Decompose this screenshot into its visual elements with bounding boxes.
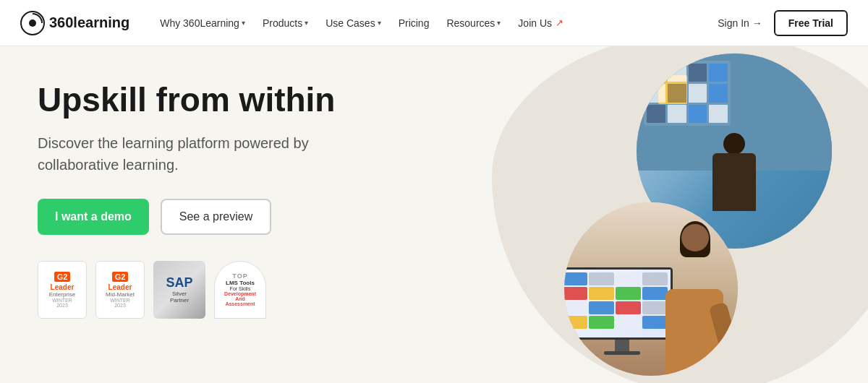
nav-item-usecases[interactable]: Use Cases ▾ bbox=[318, 12, 388, 35]
grid-cell bbox=[647, 64, 665, 82]
free-trial-label: Free Trial bbox=[788, 17, 833, 29]
brand-logo[interactable]: 360learning bbox=[20, 11, 129, 35]
logo-icon bbox=[20, 11, 45, 35]
nav-label-products: Products bbox=[263, 17, 302, 29]
hero-buttons: I want a demo See a preview bbox=[38, 199, 385, 235]
grid-cell bbox=[668, 64, 686, 82]
grid-cell bbox=[647, 105, 665, 123]
g2-top: G2 bbox=[54, 272, 71, 282]
g2-year-2: 2023 bbox=[114, 303, 126, 308]
top-label: TOP bbox=[232, 272, 247, 280]
grid-cell bbox=[647, 84, 665, 102]
hero-image-area bbox=[420, 46, 868, 383]
svg-point-1 bbox=[29, 20, 36, 27]
nav-label-resources: Resources bbox=[446, 17, 495, 29]
nav-item-pricing[interactable]: Pricing bbox=[391, 12, 437, 35]
nav-right: Sign In → Free Trial bbox=[718, 10, 848, 36]
main-content: Upskill from within Discover the learnin… bbox=[0, 46, 868, 383]
woman-figure bbox=[637, 217, 738, 376]
nav-label-pricing: Pricing bbox=[399, 17, 430, 29]
demo-button[interactable]: I want a demo bbox=[38, 199, 149, 235]
sap-label: SAP bbox=[166, 276, 192, 289]
hero-section: Upskill from within Discover the learnin… bbox=[0, 46, 420, 383]
top-lms-label: LMS Tools bbox=[226, 280, 255, 286]
navbar: 360learning Why 360Learning ▾ Products ▾… bbox=[0, 0, 868, 46]
grid-cell bbox=[668, 84, 686, 102]
grid-cell bbox=[689, 105, 707, 123]
g2-leader-label-2: Leader bbox=[109, 283, 132, 291]
woman-circle-image bbox=[564, 202, 738, 376]
g2-season-2: WINTER bbox=[110, 298, 130, 303]
grid-cell bbox=[709, 105, 728, 123]
free-trial-button[interactable]: Free Trial bbox=[774, 10, 848, 36]
nav-label-why360: Why 360Learning bbox=[160, 17, 239, 29]
chevron-down-icon: ▾ bbox=[242, 19, 245, 27]
preview-button[interactable]: See a preview bbox=[161, 199, 271, 235]
g2-midmarket-label: Mid-Market bbox=[106, 291, 135, 298]
nav-item-why360[interactable]: Why 360Learning ▾ bbox=[153, 12, 252, 35]
sign-in-label: Sign In → bbox=[718, 17, 762, 29]
screen-tile bbox=[589, 287, 614, 300]
brand-name: 360learning bbox=[49, 14, 129, 31]
nav-label-joinus: Join Us bbox=[518, 17, 552, 29]
chevron-down-icon: ▾ bbox=[497, 19, 501, 27]
nav-label-usecases: Use Cases bbox=[326, 17, 375, 29]
g2-year: 2023 bbox=[56, 303, 68, 308]
chevron-down-icon: ▾ bbox=[305, 19, 308, 27]
g2-midmarket-badge: G2 Leader Mid-Market WINTER 2023 bbox=[95, 261, 145, 319]
g2-enterprise-badge: G2 Leader Enterprise WINTER 2023 bbox=[38, 261, 87, 319]
top-lms-badge: TOP LMS Tools For Skills DevelopmentAndA… bbox=[214, 261, 266, 319]
nav-links: Why 360Learning ▾ Products ▾ Use Cases ▾… bbox=[153, 12, 718, 35]
screen-tile bbox=[589, 316, 614, 329]
woman-background bbox=[564, 202, 738, 376]
arrow-icon: ↗ bbox=[556, 17, 563, 28]
g2-logo: G2 bbox=[54, 272, 71, 282]
person-head bbox=[723, 133, 745, 155]
screen-tile bbox=[589, 301, 614, 314]
sap-sub-label: SilverPartner bbox=[170, 291, 189, 304]
woman-body bbox=[665, 289, 723, 376]
g2-top-2: G2 bbox=[112, 272, 129, 282]
office-grid-decoration bbox=[644, 61, 731, 126]
screen-tile bbox=[564, 316, 587, 329]
grid-cell bbox=[709, 84, 728, 102]
screen-tile bbox=[564, 301, 587, 314]
social-proof-badges: G2 Leader Enterprise WINTER 2023 G2 Lead… bbox=[38, 261, 385, 319]
grid-cell bbox=[689, 64, 707, 82]
top-dev-label: DevelopmentAndAssessment bbox=[224, 291, 256, 306]
screen-tile bbox=[589, 272, 614, 285]
grid-cell bbox=[709, 64, 728, 82]
top-skills-label: For Skills bbox=[230, 286, 251, 291]
chevron-down-icon: ▾ bbox=[378, 19, 381, 27]
g2-logo-2: G2 bbox=[112, 272, 129, 282]
sap-badge: SAP SilverPartner bbox=[153, 261, 205, 319]
hero-subtitle: Discover the learning platform powered b… bbox=[38, 132, 341, 176]
sign-in-button[interactable]: Sign In → bbox=[718, 17, 762, 29]
grid-cell bbox=[689, 84, 707, 102]
g2-enterprise-label: Enterprise bbox=[49, 291, 75, 298]
nav-item-resources[interactable]: Resources ▾ bbox=[439, 12, 508, 35]
hero-title: Upskill from within bbox=[38, 81, 385, 119]
grid-cell bbox=[668, 105, 686, 123]
g2-season: WINTER bbox=[52, 298, 72, 303]
screen-tile bbox=[564, 272, 587, 285]
g2-leader-label: Leader bbox=[51, 283, 75, 291]
screen-tile bbox=[564, 287, 587, 300]
monitor-base bbox=[604, 351, 640, 355]
nav-item-joinus[interactable]: Join Us ↗ bbox=[511, 12, 571, 35]
woman-head bbox=[681, 224, 709, 251]
nav-item-products[interactable]: Products ▾ bbox=[255, 12, 315, 35]
preview-label: See a preview bbox=[179, 210, 252, 223]
demo-label: I want a demo bbox=[55, 210, 132, 223]
monitor-stand bbox=[615, 340, 629, 351]
